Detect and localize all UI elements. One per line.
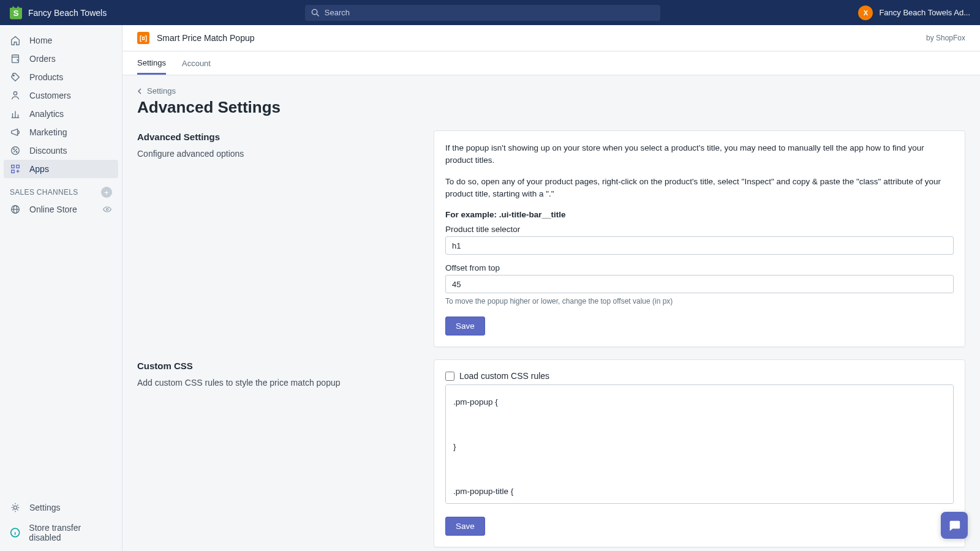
help-text: If the popup isn't showing up on your st… [445,142,954,167]
app-author: by ShopFox [926,34,965,42]
sidebar-item-marketing[interactable]: Marketing [4,123,118,141]
sidebar-item-label: Settings [29,503,61,512]
avatar: X [858,6,873,20]
save-button[interactable]: Save [445,517,485,536]
tabs: Settings Account [123,51,980,75]
svg-point-3 [13,75,14,76]
search-input[interactable]: Search [305,5,660,21]
section-heading: Custom CSS [137,361,419,371]
custom-css-card: Load custom CSS rules Save [434,359,965,547]
svg-point-4 [13,92,17,95]
tab-settings[interactable]: Settings [137,52,166,75]
checkbox-label: Load custom CSS rules [459,371,549,381]
svg-point-13 [106,208,108,210]
sidebar-item-customers[interactable]: Customers [4,86,118,105]
user-label: Fancy Beach Towels Ad... [879,8,970,17]
sidebar-item-label: Analytics [29,109,64,119]
page-title: Advanced Settings [137,98,965,117]
svg-point-14 [13,506,17,509]
breadcrumb[interactable]: Settings [137,86,965,96]
sidebar-item-label: Products [29,72,63,82]
offset-label: Offset from top [445,263,954,272]
custom-css-textarea[interactable] [445,384,954,504]
sidebar-item-label: Discounts [29,146,67,156]
sidebar-item-label: Customers [29,91,71,100]
svg-rect-8 [12,165,15,168]
chevron-left-icon [137,88,143,94]
svg-point-0 [312,9,317,14]
megaphone-icon [10,127,21,138]
sidebar-item-home[interactable]: Home [4,31,118,50]
chat-widget[interactable] [941,512,968,539]
main-content: [¤] Smart Price Match Popup by ShopFox S… [123,25,980,551]
offset-input[interactable] [445,275,954,293]
svg-point-7 [17,152,17,152]
tab-account[interactable]: Account [182,53,211,74]
section-subtext: Configure advanced options [137,148,419,160]
example-text: For example: .ui-title-bar__title [445,209,954,221]
sidebar-item-label: Marketing [29,127,67,137]
advanced-settings-card: If the popup isn't showing up on your st… [434,130,965,347]
sidebar-item-label: Orders [29,54,56,64]
analytics-icon [10,108,21,119]
load-css-checkbox[interactable] [445,372,454,381]
gear-icon [10,502,21,513]
svg-rect-2 [12,55,19,63]
apps-icon [10,163,21,174]
help-text: To do so, open any of your product pages… [445,176,954,201]
sidebar-item-products[interactable]: Products [4,68,118,86]
sidebar-settings[interactable]: Settings [4,497,118,518]
app-icon: [¤] [137,32,149,44]
section-subtext: Add custom CSS rules to style the price … [137,377,419,389]
search-icon [311,9,320,17]
svg-rect-10 [12,170,15,173]
topbar: S Fancy Beach Towels Search X Fancy Beac… [0,0,980,25]
svg-rect-9 [17,165,20,168]
sidebar-item-orders[interactable]: Orders [4,50,118,68]
add-channel-button[interactable]: + [101,187,112,198]
sidebar-channel-online-store[interactable]: Online Store [0,200,122,219]
sidebar: Home Orders Products Customers Analytics… [0,25,123,551]
sidebar-item-label: Home [29,36,52,45]
orders-icon [10,53,21,64]
svg-point-6 [13,149,14,149]
search-placeholder: Search [325,8,350,17]
sidebar-item-discounts[interactable]: Discounts [4,141,118,160]
platform-logo[interactable]: S [10,6,22,20]
save-button[interactable]: Save [445,317,485,335]
user-menu[interactable]: X Fancy Beach Towels Ad... [858,6,970,20]
offset-help: To move the popup higher or lower, chang… [445,297,954,305]
sales-channels-header: SALES CHANNELS + [0,178,122,200]
sidebar-item-label: Online Store [29,204,77,214]
eye-icon[interactable] [102,204,112,214]
store-transfer-row[interactable]: Store transfer disabled [4,518,118,547]
home-icon [10,35,21,46]
sidebar-item-apps[interactable]: Apps [4,160,118,178]
store-icon [10,204,21,215]
section-heading: Advanced Settings [137,132,419,142]
app-header: [¤] Smart Price Match Popup by ShopFox [123,25,980,51]
chat-icon [948,519,961,532]
sidebar-item-analytics[interactable]: Analytics [4,105,118,123]
sidebar-item-label: Store transfer disabled [29,523,112,542]
discount-icon [10,145,21,156]
store-name[interactable]: Fancy Beach Towels [28,8,107,18]
svg-line-1 [317,14,319,17]
selector-label: Product title selector [445,225,954,234]
info-icon [10,527,20,538]
product-title-selector-input[interactable] [445,236,954,255]
customers-icon [10,90,21,101]
tag-icon [10,72,21,83]
app-title: Smart Price Match Popup [157,33,255,43]
sidebar-item-label: Apps [29,164,49,174]
